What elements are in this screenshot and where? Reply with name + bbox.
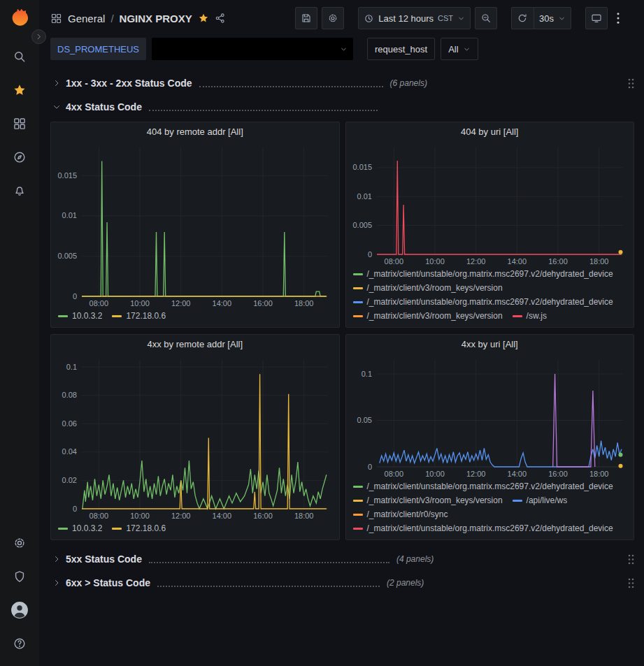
time-range-picker[interactable]: Last 12 hours CST (358, 7, 471, 29)
alerting-bell-icon[interactable] (6, 177, 34, 205)
legend-series-label: 172.18.0.6 (126, 310, 166, 321)
refresh-button[interactable] (511, 7, 534, 29)
dashboard-content: 1xx - 3xx - 2xx Status Code (6 panels) 4… (39, 66, 644, 593)
sidebar (0, 0, 39, 666)
time-series-chart[interactable]: 08:0010:0012:0014:0016:0018:0000.050.1 (346, 353, 634, 479)
time-series-chart[interactable]: 08:0010:0012:0014:0016:0018:0000.0050.01… (346, 140, 634, 267)
legend-item[interactable]: /_matrix/client/v3/room_keys/version (353, 310, 503, 321)
panel-title[interactable]: 4xx by remote addr [All] (51, 335, 339, 353)
legend-item[interactable]: /_matrix/client/unstable/org.matrix.msc2… (353, 296, 613, 307)
breadcrumb-section[interactable]: General (68, 13, 105, 24)
dashboard-title[interactable]: NGINX PROXY (120, 13, 192, 24)
dashboards-grid-icon[interactable] (6, 110, 34, 138)
refresh-interval-label: 30s (539, 13, 554, 24)
breadcrumb-separator: / (110, 13, 113, 24)
row-header-4xx[interactable]: 4xx Status Code (50, 96, 634, 117)
legend-item[interactable]: /_matrix/client/unstable/org.matrix.msc2… (353, 481, 613, 492)
svg-text:0.06: 0.06 (62, 419, 77, 428)
search-icon[interactable] (6, 43, 34, 71)
legend-item[interactable]: /_matrix/client/v3/room_keys/version (353, 282, 503, 294)
row-drag-handle[interactable] (628, 554, 634, 565)
legend-series-color (112, 528, 122, 530)
legend-item[interactable]: /_matrix/client/v3/room_keys/version (353, 495, 503, 506)
svg-text:18:00: 18:00 (589, 257, 608, 266)
svg-text:0: 0 (73, 505, 77, 513)
row-title: 6xx > Status Code (66, 577, 150, 588)
grafana-logo[interactable] (8, 6, 31, 30)
breadcrumb: General / NGINX PROXY (50, 13, 226, 24)
legend-series-color (58, 315, 68, 317)
svg-text:0.01: 0.01 (62, 211, 77, 219)
legend-series-color (353, 273, 363, 275)
user-avatar[interactable] (6, 596, 34, 624)
timezone-label: CST (438, 14, 453, 22)
legend-series-color (353, 500, 363, 502)
row-header-1xx-3xx-2xx[interactable]: 1xx - 3xx - 2xx Status Code (6 panels) (50, 73, 634, 94)
panel-title[interactable]: 404 by remote addr [All] (51, 122, 339, 140)
legend-series-color (513, 500, 522, 502)
help-icon[interactable] (6, 630, 34, 658)
tv-mode-button[interactable] (585, 7, 608, 29)
legend-item[interactable]: 10.0.3.2 (58, 310, 102, 321)
svg-text:0.1: 0.1 (361, 370, 371, 378)
legend-series-label: /_matrix/client/unstable/org.matrix.msc2… (367, 481, 613, 492)
svg-text:0.01: 0.01 (357, 192, 371, 201)
svg-text:14:00: 14:00 (213, 512, 232, 520)
legend-series-label: 10.0.3.2 (72, 523, 102, 534)
legend-item[interactable]: 172.18.0.6 (112, 310, 166, 321)
legend-item[interactable]: /_matrix/client/unstable/org.matrix.msc2… (353, 268, 613, 280)
datasource-variable-label[interactable]: DS_PROMETHEUS (50, 38, 146, 60)
panel-title[interactable]: 404 by uri [All] (346, 122, 634, 140)
svg-text:10:00: 10:00 (130, 299, 150, 307)
sidebar-expand-button[interactable] (31, 29, 46, 44)
svg-text:08:00: 08:00 (384, 470, 403, 478)
legend-series-color (353, 528, 363, 530)
legend-series-label: /sw.js (527, 310, 547, 321)
settings-gear-icon[interactable] (6, 529, 34, 557)
row-panel-count: (2 panels) (387, 578, 424, 588)
legend-series-label: /_matrix/client/v3/room_keys/version (367, 282, 503, 294)
time-series-chart[interactable]: 08:0010:0012:0014:0016:0018:0000.0050.01… (51, 140, 339, 309)
legend-item[interactable]: /_matrix/client/r0/sync (353, 509, 448, 520)
row-drag-handle[interactable] (628, 78, 634, 89)
legend-series-color (353, 486, 363, 488)
svg-text:0.005: 0.005 (352, 221, 372, 229)
favorite-star-icon[interactable] (198, 13, 209, 24)
dashboard-settings-button[interactable] (322, 7, 344, 29)
svg-text:0: 0 (367, 463, 371, 471)
time-range-label: Last 12 hours (378, 13, 434, 24)
request-host-select[interactable]: All (441, 38, 478, 60)
refresh-interval-dropdown[interactable]: 30s (534, 7, 571, 29)
row-header-6xx[interactable]: 6xx > Status Code (2 panels) (50, 572, 634, 593)
svg-text:18:00: 18:00 (294, 299, 314, 307)
row-title: 5xx Status Code (66, 553, 142, 565)
row-drag-handle[interactable] (628, 578, 634, 588)
legend-item[interactable]: 10.0.3.2 (58, 523, 102, 534)
zoom-out-button[interactable] (475, 7, 497, 29)
legend-item[interactable]: /_matrix/client/unstable/org.matrix.msc2… (353, 523, 613, 534)
panel-legend: /_matrix/client/unstable/org.matrix.msc2… (346, 267, 634, 327)
legend-series-color (58, 528, 68, 530)
chevron-down-icon (340, 45, 348, 53)
panel-title[interactable]: 4xx by uri [All] (346, 335, 634, 353)
legend-item[interactable]: /sw.js (513, 310, 547, 321)
panel-4xx-by-uri: 4xx by uri [All] 08:0010:0012:0014:0016:… (345, 334, 635, 540)
save-dashboard-button[interactable] (295, 7, 317, 29)
tv-monitor-icon (591, 13, 602, 24)
starred-dashboards-icon[interactable] (6, 76, 34, 104)
svg-text:18:00: 18:00 (294, 512, 314, 520)
explore-compass-icon[interactable] (6, 143, 34, 171)
share-icon[interactable] (215, 13, 226, 24)
chevron-down-icon (457, 15, 465, 22)
admin-shield-icon[interactable] (6, 563, 34, 591)
datasource-select[interactable] (152, 38, 353, 60)
time-series-chart[interactable]: 08:0010:0012:0014:0016:0018:0000.020.040… (51, 353, 339, 521)
kebab-menu-button[interactable] (612, 7, 634, 29)
svg-text:12:00: 12:00 (171, 299, 191, 307)
row-dots-leader (149, 103, 378, 111)
legend-item[interactable]: /api/live/ws (513, 495, 568, 506)
panel-4xx-by-remote-addr: 4xx by remote addr [All] 08:0010:0012:00… (50, 334, 340, 540)
legend-item[interactable]: 172.18.0.6 (112, 523, 166, 534)
row-header-5xx[interactable]: 5xx Status Code (4 panels) (50, 549, 634, 570)
legend-series-color (353, 315, 363, 317)
